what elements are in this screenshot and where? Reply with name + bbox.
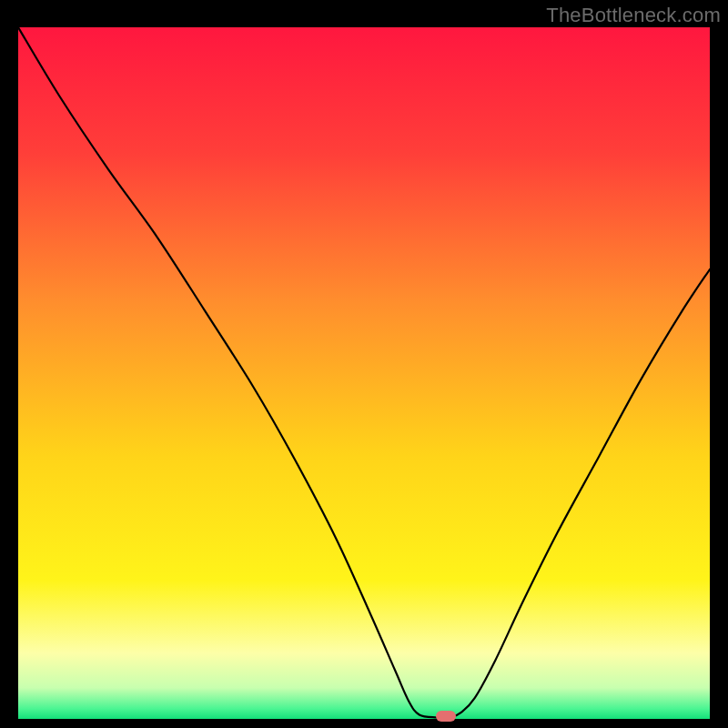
chart-background [18,27,710,719]
bottleneck-chart [18,27,710,719]
optimal-point-marker [436,711,456,722]
watermark-text: TheBottleneck.com [546,4,721,27]
chart-frame [18,27,710,719]
